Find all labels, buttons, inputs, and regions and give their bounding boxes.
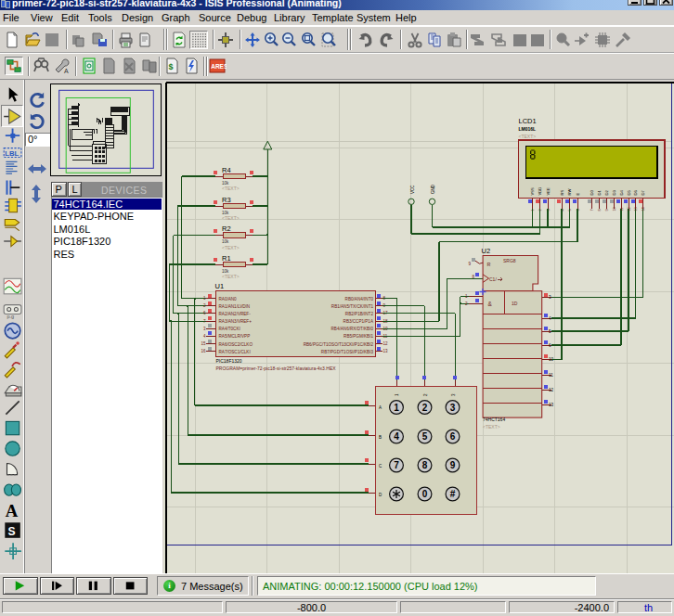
svg-text:14: 14 [642,207,645,211]
svg-text:10k: 10k [222,211,229,215]
svg-text:8: 8 [422,460,428,470]
svg-text:12: 12 [549,388,554,392]
svg-text:A: A [379,405,382,410]
svg-text:D6: D6 [633,189,638,195]
svg-text:<TEXT>: <TEXT> [222,186,240,191]
svg-text:D1: D1 [597,189,602,195]
svg-text:RA1/AN1/LVDIN: RA1/AN1/LVDIN [219,304,251,309]
svg-text:2: 2 [538,209,542,211]
svg-text:VEE: VEE [546,187,551,196]
svg-text:<TEXT>: <TEXT> [483,424,500,430]
svg-text:<TEXT>: <TEXT> [222,215,240,221]
svg-text:RA2/AN2/VREF-: RA2/AN2/VREF- [219,312,252,316]
svg-text:$: $ [168,62,173,71]
svg-text:S: S [8,524,16,537]
svg-text:R3: R3 [222,196,231,204]
svg-text:4: 4 [394,431,399,442]
svg-text:1: 1 [394,403,399,413]
svg-text:RA0/AN0: RA0/AN0 [219,297,238,302]
svg-text:D2: D2 [604,189,609,195]
svg-text:6: 6 [577,209,580,211]
svg-text:3: 3 [547,209,551,211]
svg-text:D7: D7 [641,189,645,195]
svg-text:RA3/AN3/VREF+: RA3/AN3/VREF+ [219,319,253,324]
svg-text:R1: R1 [222,254,231,263]
svg-text:RB4/AN6/RX/DT/KBI0: RB4/AN6/RX/DT/KBI0 [331,327,374,331]
svg-text:SRG8: SRG8 [503,258,516,263]
svg-text:D5: D5 [627,189,631,195]
svg-text:10k: 10k [222,239,229,244]
svg-text:5: 5 [568,209,572,211]
svg-text:R: R [487,262,491,267]
svg-text:C1/: C1/ [489,276,497,282]
svg-text:RB5/PGM/KBI1: RB5/PGM/KBI1 [343,334,373,339]
svg-text:2: 2 [422,403,428,413]
svg-text:4: 4 [561,209,564,211]
svg-text:7: 7 [394,460,399,470]
svg-text:3: 3 [450,403,456,413]
svg-text:RS: RS [560,189,564,195]
svg-text:RB6/PGC/T1OSO/T13CKI/P1C/KBI2: RB6/PGC/T1OSO/T13CKI/P1C/KBI2 [304,342,374,347]
svg-text:D3: D3 [612,189,616,195]
svg-text:7: 7 [590,209,594,211]
svg-text:15: 15 [201,341,206,346]
svg-text:VSS: VSS [530,187,535,196]
svg-text:VDD: VDD [538,187,542,196]
svg-text:5: 5 [422,431,428,442]
svg-text:<TEXT>: <TEXT> [222,274,240,279]
svg-text:10k: 10k [222,269,229,274]
svg-text:6: 6 [450,431,456,442]
svg-text:LM016L: LM016L [519,126,537,132]
svg-text:RB1/AN5/TX/CK/INT1: RB1/AN5/TX/CK/INT1 [331,304,374,309]
svg-text:D4: D4 [619,189,624,195]
svg-text:LBL: LBL [5,148,19,157]
svg-text:RB7/PGD/T1OSI/P1D/KBI3: RB7/PGD/T1OSI/P1D/KBI3 [321,350,374,354]
svg-text:LCD1: LCD1 [519,117,537,125]
svg-text:10k: 10k [222,181,229,186]
svg-text:10: 10 [613,207,616,211]
svg-text:R4: R4 [222,166,231,174]
svg-text:13: 13 [634,207,638,211]
svg-text:11: 11 [549,373,553,378]
svg-text:<TEXT>: <TEXT> [222,245,240,250]
svg-text:RA4/T0CKI: RA4/T0CKI [219,327,240,331]
svg-text:13: 13 [549,403,554,407]
svg-text:RA6/OSC2/CLKO: RA6/OSC2/CLKO [219,342,253,347]
svg-text:U1: U1 [215,282,225,290]
svg-text:GND: GND [431,184,435,194]
svg-text:13: 13 [383,349,389,353]
svg-text:RW: RW [567,189,572,196]
svg-text:74HCT164: 74HCT164 [483,417,505,422]
svg-text:RA5/MCLR/VPP: RA5/MCLR/VPP [219,334,251,339]
svg-text:1: 1 [531,209,535,211]
svg-text:0: 0 [422,489,428,499]
svg-text:p.g: p.g [7,314,15,320]
svg-text:12: 12 [628,207,631,211]
svg-text:&: & [488,301,493,307]
svg-text:A: A [64,68,69,74]
svg-text:11: 11 [620,208,624,212]
svg-text:12: 12 [383,341,389,346]
svg-text:8: 8 [598,209,602,211]
svg-text:9: 9 [605,209,609,211]
svg-text:PROGRAM=primer-72-pic18-si-str: PROGRAM=primer-72-pic18-si-str257-klavia… [216,366,337,371]
svg-text:PIC18F1320: PIC18F1320 [216,358,242,364]
svg-text:D0: D0 [590,189,594,195]
svg-text:9: 9 [450,460,456,470]
svg-text:B: B [379,435,382,440]
svg-text:E: E [576,193,580,196]
svg-text:<TEXT>: <TEXT> [519,134,537,139]
svg-text:U2: U2 [482,247,491,255]
svg-text:VCC: VCC [410,185,415,194]
svg-text:16: 16 [201,349,206,353]
svg-text:R2: R2 [222,225,231,233]
svg-text:A: A [6,500,19,519]
svg-text:RB3/CCP1/P1A: RB3/CCP1/P1A [343,319,374,324]
svg-text:#: # [450,489,456,499]
svg-text:RA7/OSC1/CLKI: RA7/OSC1/CLKI [219,350,251,354]
svg-text:ARES: ARES [211,63,227,70]
svg-text:RB2/P1B/INT2: RB2/P1B/INT2 [345,312,374,316]
svg-text:1D: 1D [512,301,518,306]
svg-text:RB0/AN4/INT0: RB0/AN4/INT0 [345,297,374,302]
